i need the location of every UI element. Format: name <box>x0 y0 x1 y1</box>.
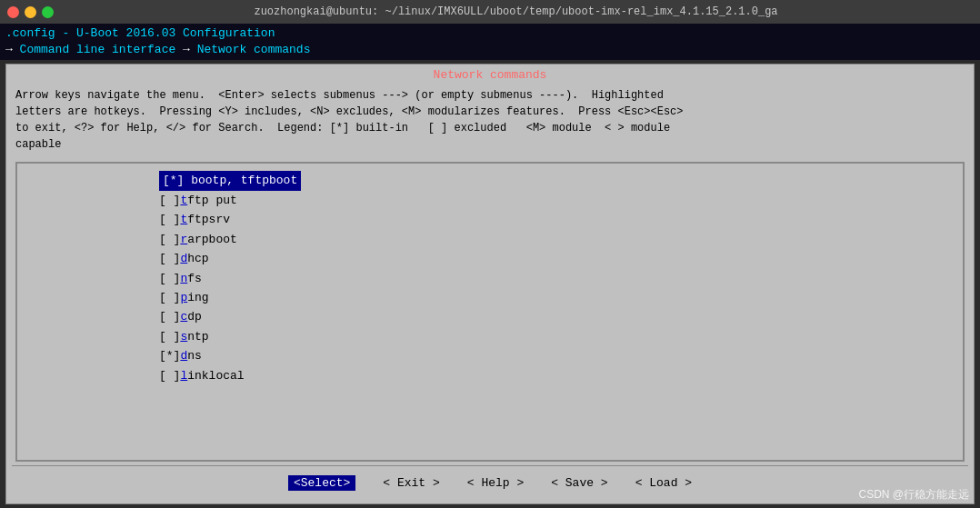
exit-button[interactable]: < Exit > <box>383 476 439 490</box>
hotkey-char: d <box>180 249 187 268</box>
breadcrumb-net: Network commands <box>197 43 311 56</box>
hotkey-char: t <box>180 191 187 210</box>
bottom-bar: <Select> < Exit > < Help > < Save > < Lo… <box>12 465 968 500</box>
menu-item-selected[interactable]: [*] bootp, tftpboot <box>159 171 301 190</box>
list-item[interactable]: [*] dns <box>23 346 957 365</box>
list-item[interactable]: [ ] sntp <box>23 327 957 346</box>
hotkey-char: d <box>180 346 187 365</box>
hotkey-char: s <box>180 327 187 346</box>
list-item[interactable]: [*] bootp, tftpboot <box>23 171 957 190</box>
hotkey-char: r <box>180 230 187 249</box>
save-button[interactable]: < Save > <box>551 476 607 490</box>
maximize-button[interactable] <box>42 6 54 18</box>
hotkey-char: l <box>180 366 187 385</box>
hotkey-char: c <box>180 307 187 326</box>
arrow-icon: → <box>5 43 20 56</box>
main-panel: Network commands Arrow keys navigate the… <box>5 64 975 504</box>
list-item[interactable]: [ ] cdp <box>23 307 957 326</box>
list-item[interactable]: [ ] rarpboot <box>23 230 957 249</box>
hotkey-char: n <box>180 269 187 288</box>
window-title: zuozhongkai@ubuntu: ~/linux/IMX6ULL/uboo… <box>59 5 973 18</box>
breadcrumb-line1: .config - U-Boot 2016.03 Configuration <box>5 25 975 42</box>
list-item[interactable]: [ ] nfs <box>23 269 957 288</box>
list-item[interactable]: [ ] dhcp <box>23 249 957 268</box>
hotkey-char: p <box>180 288 187 307</box>
help-text: Arrow keys navigate the menu. <Enter> se… <box>6 84 974 158</box>
breadcrumb: .config - U-Boot 2016.03 Configuration →… <box>0 24 980 60</box>
watermark: CSDN @行稳方能走远 <box>858 487 969 503</box>
menu-box: [*] bootp, tftpboot [ ] tftp put [ ] tft… <box>15 162 965 462</box>
title-bar: zuozhongkai@ubuntu: ~/linux/IMX6ULL/uboo… <box>0 0 980 24</box>
terminal: .config - U-Boot 2016.03 Configuration →… <box>0 24 980 508</box>
load-button[interactable]: < Load > <box>635 476 692 490</box>
help-button[interactable]: < Help > <box>467 476 524 490</box>
panel-title: Network commands <box>6 65 974 84</box>
breadcrumb-cli: Command line interface <box>20 43 176 56</box>
minimize-button[interactable] <box>25 6 36 18</box>
list-item[interactable]: [ ] tftpsrv <box>23 210 957 229</box>
close-button[interactable] <box>7 6 19 18</box>
breadcrumb-line2: → Command line interface → Network comma… <box>5 42 975 58</box>
select-button[interactable]: <Select> <box>288 475 355 491</box>
list-item[interactable]: [ ] tftp put <box>23 191 957 210</box>
hotkey-char: t <box>180 210 187 229</box>
list-item[interactable]: [ ] linklocal <box>23 366 957 385</box>
list-item[interactable]: [ ] ping <box>23 288 957 307</box>
